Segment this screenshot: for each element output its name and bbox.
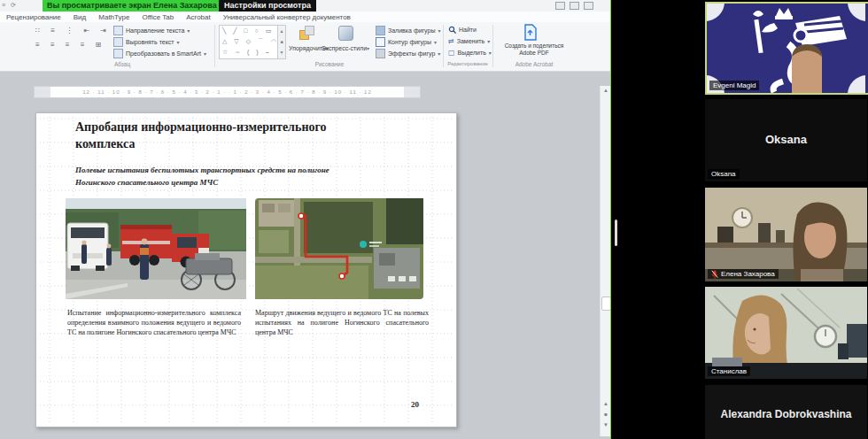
- tab-office-tab[interactable]: Office Tab: [142, 13, 174, 21]
- tab-acrobat[interactable]: Acrobat: [186, 13, 211, 21]
- ribbon: ∷ ≡ ⋮ ⇤ ⇥ ⇕ ≡ ≡ ≡ ≡ ⊞ Направление текста…: [0, 22, 611, 72]
- find-icon: [448, 26, 456, 34]
- participant-display-name: Oksana: [705, 133, 867, 146]
- zoom-viewing-banner: Вы просматриваете экран Елена Захарова: [43, 0, 221, 12]
- participant-name-label: Evgeni Magid: [709, 81, 759, 90]
- group-label-acrobat: Adobe Acrobat: [494, 61, 574, 67]
- group-label-paragraph: Абзац: [34, 61, 211, 67]
- tab-review[interactable]: Рецензирование: [6, 13, 61, 21]
- convert-smartart-button[interactable]: Преобразовать в SmartArt: [113, 49, 206, 58]
- zoom-meeting-screen: ≡ ⟳ Вы просматриваете экран Елена Захаро…: [0, 0, 868, 439]
- text-direction-button[interactable]: Направление текста: [113, 26, 190, 35]
- quick-styles-icon: [338, 26, 353, 41]
- shapes-row-3[interactable]: ☆ ∼ ( ) ⌣: [220, 47, 278, 58]
- group-separator: [214, 25, 215, 67]
- caption-right: Маршрут движения ведущего и ведомого ТС …: [255, 308, 429, 338]
- slide-page[interactable]: Апробация информационно-измерительного к…: [35, 112, 457, 427]
- quick-styles-button[interactable]: Экспресс-стили: [321, 45, 370, 51]
- ribbon-tab-bar: Рецензирование Вид MathType Office Tab A…: [0, 12, 611, 22]
- window-controls[interactable]: [555, 2, 593, 10]
- participants-video-panel: Evgeni Magid Oksana Oksana: [611, 0, 868, 439]
- document-area: 12 · 11 · 10 · 9 · 8 · 7 · 6 · 5 · 4 · 3…: [0, 72, 611, 439]
- group-label-editing: Редактирование: [443, 61, 492, 66]
- quick-access-toolbar-icons[interactable]: ≡ ⟳: [2, 2, 18, 9]
- video-tile-oksana[interactable]: Oksana Oksana: [705, 99, 867, 181]
- restore-window-icon[interactable]: [570, 2, 579, 10]
- video-tile-elena-zakharova[interactable]: Елена Захарова: [705, 188, 867, 281]
- muted-mic-icon: [711, 270, 718, 279]
- replace-button[interactable]: ⇄ Заменить: [448, 37, 490, 45]
- minimize-ribbon-icon[interactable]: [555, 2, 565, 10]
- tab-view[interactable]: Вид: [74, 13, 86, 21]
- shape-outline-button[interactable]: Контур фигуры: [376, 37, 437, 47]
- find-button[interactable]: Найти: [448, 26, 477, 34]
- video-tile-evgeni-magid[interactable]: Evgeni Magid: [705, 2, 868, 95]
- create-adobe-pdf-button[interactable]: Создать и поделиться Adobe PDF: [496, 42, 572, 58]
- slide-subtitle: Полевые испытания беспилотных транспортн…: [75, 165, 334, 189]
- shared-screen-powerpoint: ≡ ⟳ Вы просматриваете экран Елена Захаро…: [0, 0, 611, 439]
- lab-emblem-background: [707, 4, 865, 93]
- panel-scrollbar[interactable]: [615, 220, 617, 246]
- field-test-photo: [66, 198, 246, 299]
- group-separator: [492, 25, 493, 67]
- shape-effects-button[interactable]: Эффекты фигур: [376, 49, 440, 58]
- shapes-gallery[interactable]: ╲ ╱ □ ○ ▭ △ ▽ ◇ ⌒ ◠ ☆ ∼ ( ) ⌣: [219, 25, 279, 59]
- participant-name-label: Елена Захарова: [708, 269, 779, 279]
- webcam-video: [705, 287, 867, 379]
- shape-fill-icon: [376, 26, 385, 35]
- participant-name-label: Станислав: [708, 366, 750, 376]
- alignment-buttons[interactable]: ≡ ≡ ≡ ≡ ⊞: [35, 41, 105, 49]
- align-text-button[interactable]: Выровнять текст: [113, 37, 180, 47]
- arrange-icon: [299, 26, 315, 40]
- video-tile-alexandra-dobrokvashina[interactable]: Alexandra Dobrokvashina: [705, 385, 867, 439]
- horizontal-ruler[interactable]: 12 · 11 · 10 · 9 · 8 · 7 · 6 · 5 · 4 · 3…: [34, 86, 421, 98]
- shapes-row-1[interactable]: ╲ ╱ □ ○ ▭: [220, 26, 278, 36]
- participant-display-name: Alexandra Dobrokvashina: [705, 408, 867, 420]
- shape-outline-icon: [376, 37, 385, 47]
- slide-number: 20: [411, 400, 419, 409]
- route-map-image: [255, 198, 423, 299]
- smartart-icon: [113, 49, 123, 58]
- select-icon: ▢: [448, 49, 455, 57]
- webcam-video: [705, 188, 867, 281]
- slide-title: Апробация информационно-измерительного к…: [75, 119, 355, 153]
- tab-universal-converter[interactable]: Универсальный конвертер документов: [223, 13, 351, 21]
- caption-left: Испытание информационно-измерительного к…: [67, 308, 241, 338]
- align-text-icon: [113, 37, 123, 47]
- text-direction-icon: [113, 26, 123, 35]
- replace-icon: ⇄: [448, 37, 454, 45]
- participant-name-label: Oksana: [708, 169, 740, 179]
- tab-mathtype[interactable]: MathType: [98, 13, 129, 21]
- word-title-bar: ≡ ⟳ Вы просматриваете экран Елена Захаро…: [0, 0, 611, 12]
- view-options-button[interactable]: Настройки просмотра: [219, 0, 316, 12]
- shapes-gallery-scroll[interactable]: ▲ ■ ▼: [277, 25, 286, 59]
- shapes-row-2[interactable]: △ ▽ ◇ ⌒ ◠: [220, 36, 278, 47]
- shape-fill-button[interactable]: Заливка фигуры: [376, 26, 440, 35]
- shape-effects-icon: [376, 49, 385, 58]
- share-cloud-icon[interactable]: [584, 2, 593, 10]
- select-button[interactable]: ▢ Выделить: [448, 49, 492, 57]
- video-tile-stanislav[interactable]: Станислав: [705, 287, 867, 379]
- group-label-drawing: Рисование: [219, 61, 440, 67]
